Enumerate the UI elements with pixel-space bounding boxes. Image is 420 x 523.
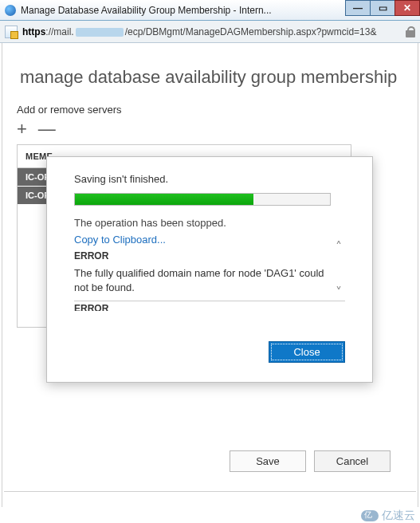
dialog-status-title: Saving isn't finished. bbox=[74, 173, 345, 185]
error-heading-truncated: ERROR bbox=[74, 303, 345, 311]
copy-to-clipboard-link[interactable]: Copy to Clipboard... bbox=[74, 234, 345, 246]
error-scroll-area: The fully qualified domain name for node… bbox=[74, 266, 345, 301]
section-label: Add or remove servers bbox=[2, 104, 418, 120]
window-titlebar: Manage Database Availability Group Membe… bbox=[0, 0, 420, 21]
lock-icon bbox=[406, 26, 415, 37]
window-controls: — ▭ ✕ bbox=[346, 0, 420, 18]
operation-stopped-text: The operation has been stopped. bbox=[74, 217, 345, 229]
page-icon bbox=[5, 26, 18, 38]
scroll-up-icon[interactable]: ˄ bbox=[332, 241, 345, 254]
save-button[interactable]: Save bbox=[230, 450, 306, 472]
scroll-down-icon[interactable]: ˅ bbox=[332, 286, 345, 299]
minimize-button[interactable]: — bbox=[345, 0, 371, 16]
close-window-button[interactable]: ✕ bbox=[394, 0, 420, 16]
url-host-prefix: ://mail. bbox=[45, 26, 73, 37]
url-hidden-host bbox=[76, 28, 124, 37]
add-icon[interactable]: + bbox=[17, 120, 27, 138]
window-title: Manage Database Availability Group Membe… bbox=[21, 5, 346, 16]
progress-fill bbox=[75, 194, 253, 205]
url-field[interactable]: https://mail./ecp/DBMgmt/ManageDAGMember… bbox=[22, 26, 401, 37]
error-heading: ERROR bbox=[74, 250, 345, 262]
cancel-button[interactable]: Cancel bbox=[314, 450, 391, 472]
address-bar: https://mail./ecp/DBMgmt/ManageDAGMember… bbox=[0, 21, 420, 43]
maximize-button[interactable]: ▭ bbox=[370, 0, 395, 16]
page-title: manage database availability group membe… bbox=[2, 67, 418, 104]
watermark-text: 亿速云 bbox=[382, 509, 415, 523]
progress-bar bbox=[74, 193, 331, 206]
error-message: The fully qualified domain name for node… bbox=[74, 266, 328, 294]
saving-dialog: Saving isn't finished. The operation has… bbox=[46, 156, 373, 383]
status-bar bbox=[4, 491, 416, 507]
close-button[interactable]: Close bbox=[269, 341, 345, 363]
ie-icon bbox=[5, 5, 16, 16]
url-path: /ecp/DBMgmt/ManageDAGMembership.aspx?pwm… bbox=[125, 26, 377, 37]
footer-buttons: Save Cancel bbox=[230, 450, 391, 472]
url-scheme: https bbox=[22, 26, 45, 37]
remove-icon[interactable]: — bbox=[38, 120, 56, 138]
cloud-icon bbox=[361, 510, 379, 521]
toolbar: + — bbox=[2, 120, 418, 144]
watermark: 亿速云 bbox=[361, 509, 415, 523]
